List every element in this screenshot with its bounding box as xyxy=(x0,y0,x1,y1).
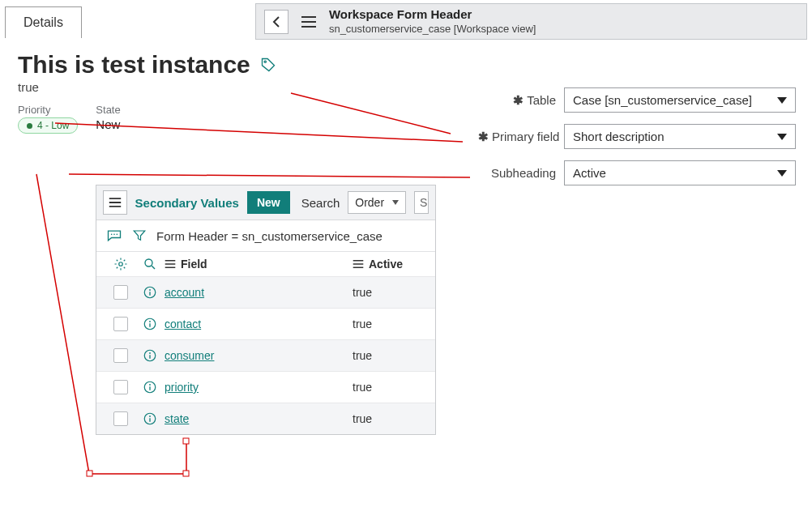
row-checkbox[interactable] xyxy=(113,348,128,363)
svg-rect-19 xyxy=(87,471,92,476)
meta-priority: Priority 4 - Low xyxy=(18,104,78,134)
chevron-left-icon xyxy=(271,16,281,28)
th-active: Active xyxy=(369,258,403,271)
sv-order-select[interactable]: Order xyxy=(348,191,406,214)
field-link[interactable]: account xyxy=(165,286,204,299)
chat-icon[interactable] xyxy=(106,228,122,243)
svg-point-4 xyxy=(119,262,123,266)
row-checkbox[interactable] xyxy=(113,411,128,426)
priority-pill: 4 - Low xyxy=(18,117,78,134)
search-icon[interactable] xyxy=(143,257,157,271)
header-titles: Workspace Form Header sn_customerservice… xyxy=(329,7,536,36)
sv-menu-button[interactable] xyxy=(103,190,127,215)
row-checkbox[interactable] xyxy=(113,380,128,394)
config-primary-label-text: Primary field xyxy=(492,130,559,143)
table-row: statetrue xyxy=(96,403,435,434)
info-icon[interactable] xyxy=(143,348,157,363)
row-checkbox[interactable] xyxy=(113,317,128,331)
select-table-value: Case [sn_customerservice_case] xyxy=(573,93,752,107)
priority-value: 4 - Low xyxy=(37,120,69,131)
select-primary-field[interactable]: Short description xyxy=(564,124,796,149)
table-row: prioritytrue xyxy=(96,371,435,403)
sv-title: Secondary Values xyxy=(135,196,239,210)
sv-head: Field Active xyxy=(96,251,435,276)
row-checkbox[interactable] xyxy=(113,285,128,300)
sv-order-value: Order xyxy=(355,196,384,209)
active-value: true xyxy=(353,318,372,330)
svg-rect-20 xyxy=(183,471,189,476)
state-label: State xyxy=(96,104,120,116)
sv-filter-text: Form Header = sn_customerservice_case xyxy=(156,229,382,243)
svg-point-3 xyxy=(117,234,118,236)
select-table[interactable]: Case [sn_customerservice_case] xyxy=(564,87,796,113)
back-button[interactable] xyxy=(264,10,288,34)
menu-icon xyxy=(301,15,317,28)
col-field-header[interactable]: Field xyxy=(165,258,353,271)
field-link[interactable]: consumer xyxy=(165,349,214,362)
state-value: New xyxy=(96,117,120,131)
field-link[interactable]: state xyxy=(165,412,189,425)
header-subtitle: sn_customerservice_case [Workspace view] xyxy=(329,23,536,36)
table-row: consumertrue xyxy=(96,339,435,371)
config-table-label: ✱Table xyxy=(478,93,556,108)
status-dot-icon xyxy=(27,123,32,129)
select-sub-value: Active xyxy=(573,166,606,180)
sv-search-input[interactable]: S xyxy=(414,191,429,214)
secondary-values-panel: Secondary Values New Search Order S Form… xyxy=(96,185,436,435)
meta-state: State New xyxy=(96,104,120,134)
col-active-header[interactable]: Active xyxy=(353,258,425,271)
config-row-primary: ✱Primary field Short description xyxy=(478,124,796,149)
caret-down-icon xyxy=(777,134,787,140)
active-value: true xyxy=(353,286,372,299)
field-link[interactable]: priority xyxy=(165,381,199,394)
priority-label: Priority xyxy=(18,104,78,116)
svg-point-1 xyxy=(111,234,113,236)
config-panel: ✱Table Case [sn_customerservice_case] ✱P… xyxy=(478,87,796,185)
caret-down-icon xyxy=(777,97,787,104)
tag-icon[interactable] xyxy=(260,57,276,73)
config-primary-label: ✱Primary field xyxy=(478,130,556,144)
table-row: contacttrue xyxy=(96,308,435,339)
menu-icon xyxy=(109,197,122,208)
th-field: Field xyxy=(181,258,207,271)
svg-line-18 xyxy=(69,174,470,177)
svg-point-9 xyxy=(149,321,151,322)
sv-filter-row: Form Header = sn_customerservice_case xyxy=(96,220,435,251)
svg-point-13 xyxy=(149,384,151,386)
header-bar: Workspace Form Header sn_customerservice… xyxy=(255,3,807,40)
sv-rows: accounttruecontacttrueconsumertruepriori… xyxy=(96,276,435,434)
list-icon xyxy=(353,259,364,269)
svg-rect-21 xyxy=(183,438,189,444)
new-button[interactable]: New xyxy=(247,191,290,214)
active-value: true xyxy=(353,412,372,425)
info-icon[interactable] xyxy=(143,317,157,331)
page-title-wrap: This is test instance xyxy=(18,51,796,79)
info-icon[interactable] xyxy=(143,285,157,300)
active-value: true xyxy=(353,381,372,394)
table-row: accounttrue xyxy=(96,276,435,308)
svg-point-11 xyxy=(149,352,151,354)
field-link[interactable]: contact xyxy=(165,318,201,330)
menu-button[interactable] xyxy=(297,10,321,34)
config-table-label-text: Table xyxy=(527,93,556,107)
caret-down-icon xyxy=(392,200,399,205)
gear-icon[interactable] xyxy=(113,257,128,271)
config-sub-label: Subheading xyxy=(478,166,556,180)
info-icon[interactable] xyxy=(143,411,157,426)
caret-down-icon xyxy=(777,170,787,177)
header-title: Workspace Form Header xyxy=(329,7,536,23)
config-row-subheading: Subheading Active xyxy=(478,160,796,185)
info-icon[interactable] xyxy=(143,380,157,394)
active-value: true xyxy=(353,349,372,362)
svg-point-7 xyxy=(149,289,151,291)
svg-point-2 xyxy=(113,234,115,236)
svg-point-0 xyxy=(264,61,266,62)
tab-details[interactable]: Details xyxy=(5,6,82,38)
sv-toolbar: Secondary Values New Search Order S xyxy=(96,185,435,220)
select-subheading[interactable]: Active xyxy=(564,160,796,185)
filter-icon[interactable] xyxy=(132,228,147,243)
svg-point-5 xyxy=(145,259,152,266)
tab-details-label: Details xyxy=(24,15,63,29)
config-row-table: ✱Table Case [sn_customerservice_case] xyxy=(478,87,796,113)
sv-search-label: Search xyxy=(301,196,340,210)
